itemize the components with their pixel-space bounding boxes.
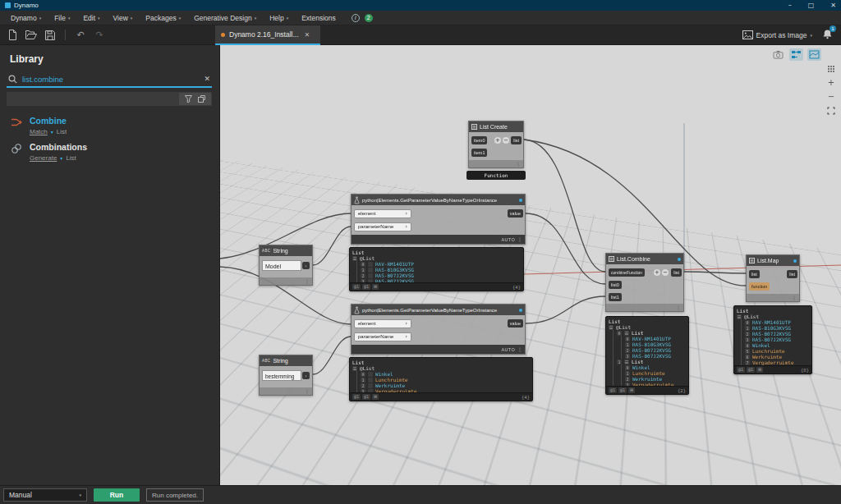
node-string-1[interactable]: ABC String Model › ⋮ (259, 245, 313, 286)
undo-icon[interactable]: ↶ (75, 30, 86, 41)
camera-export-icon[interactable] (771, 48, 785, 61)
output-port-list[interactable]: list (671, 268, 682, 277)
output-port-list[interactable]: list (787, 270, 797, 278)
expand-preview-icon[interactable]: ⊞ (756, 367, 763, 373)
level-badge[interactable]: @1 (362, 284, 370, 290)
node-list-combine[interactable]: List.Combine combineFunction + − list li… (605, 253, 684, 312)
maximize-button[interactable]: □ (808, 2, 815, 9)
node-options-icon[interactable]: ⋮ (305, 388, 310, 394)
output-port-value[interactable]: value (508, 209, 523, 218)
node-options-icon[interactable]: ⋮ (305, 278, 310, 284)
expand-preview-icon[interactable]: ⊞ (628, 387, 635, 393)
zoom-in-icon[interactable]: + (825, 77, 837, 88)
lacing-label[interactable]: AUTO (502, 237, 515, 242)
library-search-input[interactable]: list.combine ✕ (7, 71, 212, 88)
notifications-count-badge[interactable]: 2 (365, 14, 373, 22)
library-result-combinations[interactable]: Combinations Generate ▾ List (0, 139, 220, 165)
level-badge[interactable]: @1 (352, 284, 361, 290)
run-button[interactable]: Run (94, 488, 140, 502)
zoom-fit-icon[interactable] (825, 105, 837, 116)
input-port-item1[interactable]: item1 (471, 149, 487, 157)
level-badge[interactable]: @1 (747, 367, 755, 373)
output-port[interactable]: › (302, 262, 310, 269)
level-badge[interactable]: @1 (618, 387, 627, 393)
node-header[interactable]: List.Combine (606, 254, 683, 264)
preview-bubble-3[interactable]: List ☰@List 0☰List 0RAV-RM1401UTP 1RAS-B… (605, 316, 689, 395)
input-port-list0[interactable]: list0 (609, 281, 622, 289)
input-port-item0[interactable]: item0 (471, 136, 487, 144)
input-port-element[interactable]: element› (354, 319, 411, 328)
node-header[interactable]: ABC String (260, 245, 312, 256)
menu-packages[interactable]: Packages▾ (140, 12, 186, 24)
minimize-button[interactable]: – (788, 2, 792, 9)
node-options-icon[interactable]: ⋮ (792, 295, 797, 300)
node-options-icon[interactable]: ⋮ (676, 305, 681, 310)
menu-generative-design[interactable]: Generative Design▾ (188, 12, 262, 24)
expand-preview-icon[interactable]: ⊞ (372, 394, 379, 400)
string-value-input[interactable]: bestemming (262, 370, 301, 381)
menu-file[interactable]: File▾ (48, 12, 76, 24)
notifications-bell-icon[interactable]: 1 (822, 28, 833, 43)
level-badge[interactable]: @1 (352, 394, 361, 400)
input-port-parametername[interactable]: parameterName› (354, 332, 411, 341)
menu-edit[interactable]: Edit▾ (77, 12, 105, 24)
remove-item-button[interactable]: − (503, 137, 509, 144)
save-icon[interactable] (44, 30, 56, 41)
node-list-create[interactable]: List Create item0 + − list item1 ⋮ (468, 121, 524, 168)
node-header[interactable]: python|Elements.GetParameterValueByNameT… (352, 195, 525, 205)
node-options-icon[interactable]: ⋮ (516, 161, 521, 167)
level-badge[interactable]: @1 (737, 367, 745, 373)
tab-close-icon[interactable]: ✕ (305, 31, 310, 39)
preview-bubble-4[interactable]: List ☰@List 0RAV-RM1401UTP 1RAS-B10G3KVS… (733, 305, 812, 374)
add-list-button[interactable]: + (654, 269, 660, 276)
node-header[interactable]: ABC String (260, 355, 312, 366)
new-file-icon[interactable] (7, 30, 18, 41)
filter-icon[interactable] (185, 95, 192, 103)
node-header[interactable]: List.Map (747, 255, 799, 266)
zoom-out-icon[interactable]: − (825, 91, 837, 102)
lacing-label[interactable]: AUTO (502, 347, 515, 352)
wire[interactable] (526, 296, 605, 323)
preview-bubble-2[interactable]: List ☰@List 0Winkel 1Lunchruimte 2Werkru… (349, 357, 533, 401)
input-port-combinefunction[interactable]: combineFunction (609, 268, 645, 277)
graph-canvas[interactable]: + − List Create item0 + − list item1 ⋮ F… (220, 45, 841, 485)
node-options-icon[interactable]: ⋮ (517, 236, 522, 242)
menu-dynamo[interactable]: Dynamo▾ (5, 12, 47, 24)
expand-preview-icon[interactable]: ⊞ (372, 284, 379, 290)
menu-extensions[interactable]: Extensions (296, 12, 342, 24)
wire[interactable] (313, 337, 351, 374)
level-badge[interactable]: @1 (609, 387, 617, 393)
graph-view-toggle-icon[interactable] (789, 48, 803, 61)
output-port-value[interactable]: value (508, 319, 523, 328)
node-get-parameter-1[interactable]: python|Elements.GetParameterValueByNameT… (351, 194, 526, 245)
menu-view[interactable]: View▾ (108, 12, 139, 24)
result-action-link[interactable]: Match (30, 128, 48, 135)
level-badge[interactable]: @1 (362, 394, 370, 400)
string-value-input[interactable]: Model (262, 260, 301, 271)
output-port[interactable]: › (302, 372, 310, 379)
expand-detail-icon[interactable] (198, 95, 205, 103)
export-as-image-button[interactable]: Export as Image ▾ (742, 30, 812, 39)
close-button[interactable]: ✕ (830, 2, 836, 9)
wire[interactable] (684, 272, 746, 273)
pan-icon[interactable] (825, 63, 837, 74)
wire[interactable] (313, 227, 351, 265)
node-get-parameter-2[interactable]: python|Elements.GetParameterValueByNameT… (351, 304, 526, 355)
node-header[interactable]: python|Elements.GetParameterValueByNameT… (352, 305, 525, 315)
add-item-button[interactable]: + (494, 137, 501, 144)
menu-help[interactable]: Help▾ (264, 12, 294, 24)
node-options-icon[interactable]: ⋮ (517, 346, 522, 352)
library-result-combine[interactable]: Combine Match ▾ List (0, 112, 220, 139)
input-port-list[interactable]: list (749, 270, 760, 278)
tab-workspace[interactable]: Dynamo 2.16_Install... ✕ (215, 25, 320, 45)
input-port-parametername[interactable]: parameterName› (354, 222, 411, 231)
run-mode-select[interactable]: Manual ▾ (3, 488, 87, 502)
info-icon[interactable]: i (352, 14, 360, 22)
clear-search-icon[interactable]: ✕ (204, 75, 210, 83)
redo-icon[interactable]: ↷ (94, 30, 105, 41)
input-port-function[interactable]: function (749, 282, 770, 291)
node-string-2[interactable]: ABC String bestemming › ⋮ (259, 355, 313, 396)
result-action-link[interactable]: Generate (30, 154, 57, 162)
output-port-list[interactable]: list (511, 136, 522, 144)
input-port-element[interactable]: element› (354, 209, 411, 218)
